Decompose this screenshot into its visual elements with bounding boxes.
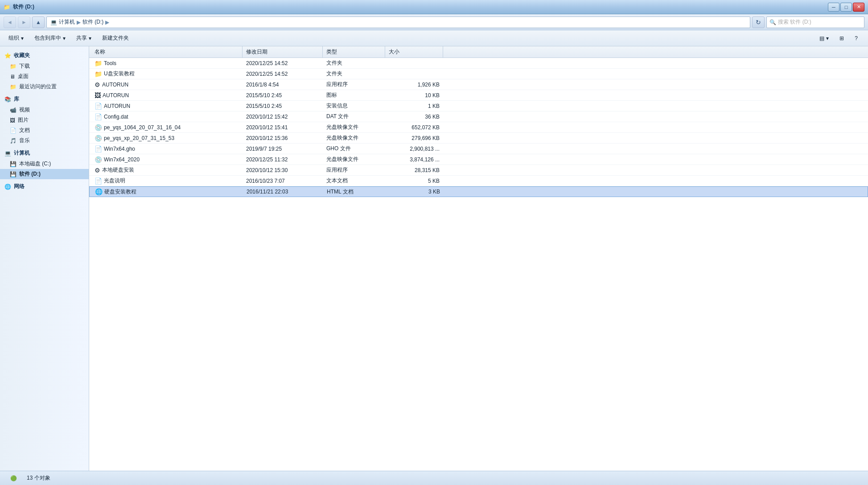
file-name: ⚙ AUTORUN — [91, 81, 243, 88]
sidebar-section-header-favorites[interactable]: ⭐收藏夹 — [0, 50, 89, 61]
file-modified: 2019/9/7 19:25 — [243, 146, 323, 152]
address-path[interactable]: 💻 计算机 ▶ 软件 (D:) ▶ — [46, 16, 750, 28]
file-modified: 2020/10/12 15:36 — [243, 135, 323, 141]
file-size: 1 KB — [385, 103, 443, 109]
section-icon: 📚 — [4, 96, 11, 103]
table-row[interactable]: ⚙ AUTORUN 2016/1/8 4:54 应用程序 1,926 KB — [89, 79, 868, 90]
file-modified: 2015/5/10 2:45 — [243, 103, 323, 109]
search-bar[interactable]: 🔍 搜索 软件 (D:) — [766, 16, 864, 28]
sidebar-item-music[interactable]: 🎵音乐 — [0, 136, 89, 146]
address-bar: ◄ ► ▲ 💻 计算机 ▶ 软件 (D:) ▶ ↻ 🔍 搜索 软件 (D:) — [0, 14, 868, 30]
table-row[interactable]: 🖼 AUTORUN 2015/5/10 2:45 图标 10 KB — [89, 90, 868, 101]
help-button[interactable]: ? — [850, 32, 863, 45]
file-name: 🖼 AUTORUN — [91, 92, 243, 99]
file-name: 📄 Win7x64.gho — [91, 145, 243, 152]
sidebar-section-header-computer[interactable]: 💻计算机 — [0, 148, 89, 159]
breadcrumb-icon: 💻 — [50, 19, 57, 25]
up-button[interactable]: ▲ — [32, 16, 45, 28]
file-area: 名称 修改日期 类型 大小 📁 Tools 2020/12/25 14:52 文… — [89, 46, 868, 471]
col-header-type[interactable]: 类型 — [323, 46, 385, 58]
layout-icon: ⊞ — [839, 35, 844, 41]
sidebar-item-video[interactable]: 📹视频 — [0, 105, 89, 115]
file-type: 应用程序 — [323, 166, 385, 174]
title-bar-controls: ─ □ ✕ — [828, 3, 864, 12]
table-row[interactable]: ⚙ 本地硬盘安装 2020/10/12 15:30 应用程序 28,315 KB — [89, 165, 868, 176]
item-label: 软件 (D:) — [19, 170, 41, 178]
table-row[interactable]: 💿 Win7x64_2020 2020/12/25 11:32 光盘映像文件 3… — [89, 154, 868, 165]
sidebar-item-picture[interactable]: 🖼图片 — [0, 115, 89, 125]
breadcrumb-sep1: ▶ — [77, 19, 81, 25]
view-arrow: ▾ — [826, 35, 829, 41]
status-bar: 🟢 13 个对象 — [0, 471, 868, 485]
sidebar-item-document[interactable]: 📄文档 — [0, 125, 89, 136]
table-row[interactable]: 💿 pe_yqs_1064_20_07_31_16_04 2020/10/12 … — [89, 122, 868, 133]
share-button[interactable]: 共享 ▾ — [71, 32, 96, 45]
sidebar-item-download[interactable]: 📁下载 — [0, 61, 89, 71]
section-label: 计算机 — [14, 149, 30, 157]
sidebar-section-network: 🌐网络 — [0, 181, 89, 192]
sidebar-section-header-library[interactable]: 📚库 — [0, 94, 89, 105]
sidebar: ⭐收藏夹📁下载🖥桌面📁最近访问的位置📚库📹视频🖼图片📄文档🎵音乐💻计算机💾本地磁… — [0, 46, 89, 471]
new-folder-label: 新建文件夹 — [102, 34, 129, 42]
breadcrumb-computer[interactable]: 计算机 — [59, 18, 75, 26]
back-button[interactable]: ◄ — [4, 16, 16, 28]
table-row[interactable]: 📄 光盘说明 2016/10/23 7:07 文本文档 5 KB — [89, 176, 868, 186]
sidebar-item-disk-c[interactable]: 💾本地磁盘 (C:) — [0, 159, 89, 169]
view-button[interactable]: ▤ ▾ — [815, 32, 834, 45]
col-header-modified[interactable]: 修改日期 — [243, 46, 323, 58]
new-folder-button[interactable]: 新建文件夹 — [97, 32, 134, 45]
item-icon: 📁 — [10, 84, 16, 90]
section-label: 网络 — [14, 183, 25, 190]
minimize-button[interactable]: ─ — [828, 3, 839, 12]
refresh-button[interactable]: ↻ — [752, 16, 765, 28]
col-header-size[interactable]: 大小 — [385, 46, 443, 58]
sidebar-item-desktop[interactable]: 🖥桌面 — [0, 71, 89, 82]
search-icon: 🔍 — [769, 19, 776, 25]
table-row[interactable]: 📄 AUTORUN 2015/5/10 2:45 安装信息 1 KB — [89, 101, 868, 111]
table-row[interactable]: 💿 pe_yqs_xp_20_07_31_15_53 2020/10/12 15… — [89, 133, 868, 144]
item-icon: 🎵 — [10, 138, 16, 144]
file-type: 文件夹 — [323, 70, 385, 78]
forward-button[interactable]: ► — [18, 16, 30, 28]
table-row[interactable]: 📄 Win7x64.gho 2019/9/7 19:25 GHO 文件 2,90… — [89, 144, 868, 154]
item-icon: 💾 — [10, 171, 16, 177]
window-title: 软件 (D:) — [13, 3, 34, 11]
table-row[interactable]: 🌐 硬盘安装教程 2016/11/21 22:03 HTML 文档 3 KB — [89, 186, 868, 197]
table-row[interactable]: 📁 U盘安装教程 2020/12/25 14:52 文件夹 — [89, 69, 868, 79]
column-headers: 名称 修改日期 类型 大小 — [89, 46, 868, 58]
sidebar-item-recent[interactable]: 📁最近访问的位置 — [0, 82, 89, 92]
include-library-button[interactable]: 包含到库中 ▾ — [29, 32, 70, 45]
file-name: 📄 AUTORUN — [91, 103, 243, 110]
maximize-button[interactable]: □ — [840, 3, 852, 12]
file-icon: 🌐 — [95, 188, 103, 195]
col-header-name[interactable]: 名称 — [91, 46, 243, 58]
file-name: 💿 pe_yqs_xp_20_07_31_15_53 — [91, 135, 243, 142]
close-button[interactable]: ✕ — [853, 3, 864, 12]
item-icon: 🖼 — [10, 117, 15, 123]
file-modified: 2016/10/23 7:07 — [243, 178, 323, 184]
file-name-text: AUTORUN — [102, 82, 128, 88]
file-modified: 2020/12/25 14:52 — [243, 60, 323, 66]
table-row[interactable]: 📁 Tools 2020/12/25 14:52 文件夹 — [89, 58, 868, 69]
sidebar-item-disk-d[interactable]: 💾软件 (D:) — [0, 169, 89, 179]
file-icon: 📄 — [95, 177, 102, 185]
breadcrumb-drive[interactable]: 软件 (D:) — [82, 18, 103, 26]
file-name: 💿 Win7x64_2020 — [91, 156, 243, 163]
help-label: ? — [855, 35, 858, 41]
item-label: 文档 — [19, 127, 30, 134]
section-icon: 💻 — [4, 150, 11, 156]
file-size: 279,696 KB — [385, 135, 443, 141]
breadcrumb-sep2: ▶ — [105, 19, 109, 25]
sidebar-section-header-network[interactable]: 🌐网络 — [0, 181, 89, 192]
item-label: 本地磁盘 (C:) — [19, 160, 51, 168]
main-layout: ⭐收藏夹📁下载🖥桌面📁最近访问的位置📚库📹视频🖼图片📄文档🎵音乐💻计算机💾本地磁… — [0, 46, 868, 471]
organize-button[interactable]: 组织 ▾ — [4, 32, 29, 45]
table-row[interactable]: 📄 Config.dat 2020/10/12 15:42 DAT 文件 36 … — [89, 111, 868, 122]
layout-button[interactable]: ⊞ — [835, 32, 849, 45]
item-label: 图片 — [18, 116, 29, 124]
file-icon: ⚙ — [95, 81, 100, 88]
file-icon: 📁 — [95, 60, 102, 67]
file-name: 📁 U盘安装教程 — [91, 70, 243, 78]
file-icon: 📁 — [95, 70, 102, 78]
file-name: ⚙ 本地硬盘安装 — [91, 166, 243, 174]
